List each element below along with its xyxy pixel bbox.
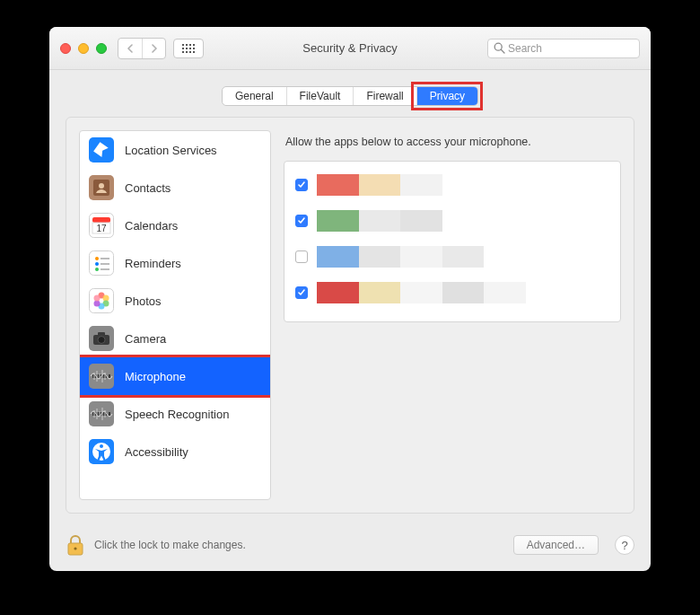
search-wrap: [487, 39, 640, 58]
app-row: [284, 239, 620, 275]
app-row: [284, 203, 620, 239]
minimize-window-button[interactable]: [78, 43, 89, 54]
contacts-icon: [89, 175, 114, 200]
lock-text: Click the lock to make changes.: [94, 539, 246, 551]
sidebar-item-reminders[interactable]: Reminders: [80, 244, 270, 282]
speech-icon: [89, 401, 114, 426]
close-window-button[interactable]: [60, 43, 71, 54]
search-icon: [494, 42, 505, 54]
sidebar-item-label: Camera: [125, 332, 166, 346]
sidebar-item-label: Reminders: [125, 257, 181, 270]
svg-point-5: [99, 183, 104, 189]
help-button[interactable]: ?: [615, 535, 634, 555]
sidebar-item-camera[interactable]: Camera: [80, 320, 270, 357]
tab-firewall[interactable]: Firewall: [353, 87, 416, 105]
microphone-icon: [89, 364, 114, 389]
svg-text:17: 17: [96, 224, 107, 233]
sidebar-item-label: Speech Recognition: [125, 408, 229, 421]
search-input[interactable]: [487, 39, 640, 58]
nav-buttons: [118, 38, 166, 59]
tab-privacy[interactable]: Privacy: [416, 87, 477, 105]
sidebar-item-contacts[interactable]: Contacts: [80, 169, 270, 206]
app-permission-list: [284, 161, 621, 322]
svg-point-13: [95, 257, 99, 260]
sidebar-item-calendars[interactable]: 17Calendars: [80, 206, 270, 244]
tab-segmented-control: GeneralFileVaultFirewallPrivacy: [222, 86, 478, 106]
svg-point-23: [103, 295, 109, 302]
app-name-redacted: [317, 174, 609, 196]
app-checkbox[interactable]: [295, 286, 308, 299]
app-row: [284, 167, 620, 203]
preferences-window: Security & Privacy GeneralFileVaultFirew…: [49, 27, 651, 571]
back-button[interactable]: [118, 39, 142, 58]
svg-point-17: [95, 268, 99, 271]
show-all-button[interactable]: [173, 39, 204, 58]
svg-rect-18: [101, 268, 109, 270]
titlebar: Security & Privacy: [49, 27, 651, 70]
app-checkbox[interactable]: [295, 215, 308, 227]
svg-rect-19: [89, 288, 114, 313]
zoom-window-button[interactable]: [96, 43, 107, 54]
svg-line-1: [501, 49, 504, 53]
reminders-icon: [89, 250, 114, 276]
svg-point-31: [98, 337, 105, 344]
sidebar-item-label: Microphone: [125, 370, 186, 383]
app-checkbox[interactable]: [295, 179, 308, 191]
content-area: Allow the apps below to access your micr…: [284, 130, 621, 500]
chevron-left-icon: [127, 44, 134, 53]
sidebar-item-label: Contacts: [125, 181, 171, 195]
accessibility-icon: [89, 439, 114, 464]
app-checkbox[interactable]: [295, 250, 308, 263]
app-row: [284, 275, 620, 311]
svg-point-15: [95, 262, 99, 266]
location-icon: [89, 137, 114, 163]
main-panel: Location ServicesContacts17CalendarsRemi…: [66, 117, 634, 514]
privacy-sidebar: Location ServicesContacts17CalendarsRemi…: [79, 130, 271, 500]
sidebar-item-label: Photos: [125, 294, 161, 308]
footer: Click the lock to make changes. Advanced…: [49, 526, 651, 571]
sidebar-item-label: Location Services: [125, 144, 217, 157]
svg-rect-14: [101, 258, 109, 259]
forward-button[interactable]: [142, 39, 165, 58]
sidebar-item-photos[interactable]: Photos: [80, 282, 270, 320]
sidebar-item-microphone[interactable]: Microphone: [80, 357, 270, 395]
svg-point-52: [74, 547, 76, 549]
sidebar-item-label: Calendars: [125, 219, 178, 233]
svg-rect-30: [98, 332, 105, 336]
chevron-right-icon: [151, 44, 158, 53]
sidebar-item-location[interactable]: Location Services: [80, 131, 270, 169]
svg-rect-8: [92, 217, 110, 223]
camera-icon: [89, 326, 114, 351]
content-description: Allow the apps below to access your micr…: [284, 130, 621, 161]
grid-icon: [182, 44, 195, 53]
svg-rect-16: [101, 263, 109, 265]
traffic-lights: [60, 43, 107, 54]
calendar-icon: 17: [89, 213, 114, 238]
svg-point-26: [94, 301, 101, 307]
tab-filevault[interactable]: FileVault: [286, 87, 354, 105]
advanced-button[interactable]: Advanced…: [513, 535, 599, 555]
svg-point-27: [94, 295, 101, 302]
lock-icon[interactable]: [66, 533, 85, 557]
app-name-redacted: [317, 282, 609, 303]
sidebar-item-speech[interactable]: Speech Recognition: [80, 395, 270, 433]
tabs-container: GeneralFileVaultFirewallPrivacy: [49, 70, 651, 117]
app-name-redacted: [317, 246, 609, 268]
sidebar-item-label: Accessibility: [125, 445, 188, 459]
svg-point-50: [100, 444, 103, 448]
app-name-redacted: [317, 210, 609, 232]
photos-icon: [89, 288, 114, 313]
sidebar-item-accessibility[interactable]: Accessibility: [80, 433, 270, 470]
tab-general[interactable]: General: [223, 87, 286, 105]
